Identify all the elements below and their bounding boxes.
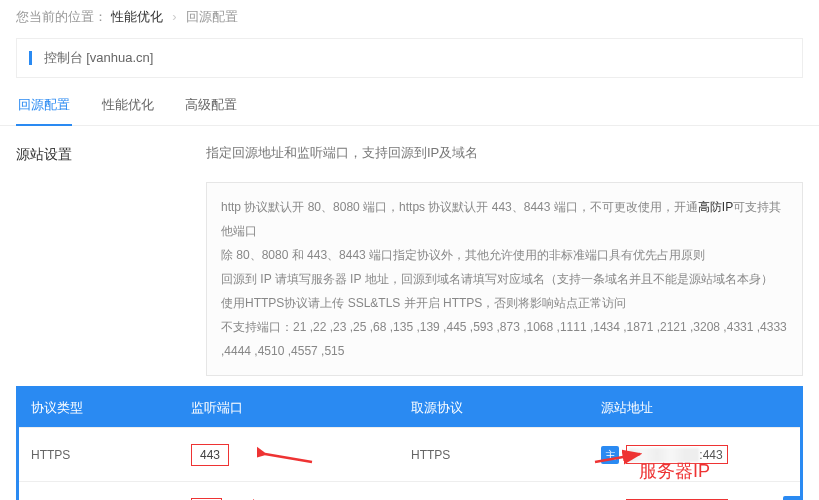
svg-line-0 bbox=[265, 454, 312, 462]
console-title: 控制台 [vanhua.cn] bbox=[44, 50, 154, 65]
cell-origin-address: 主 :443 bbox=[589, 489, 800, 500]
tab-perf[interactable]: 性能优化 bbox=[100, 86, 156, 124]
accent-bar bbox=[29, 51, 32, 65]
origin-table: 协议类型 监听端口 取源协议 源站地址 HTTPS 443 HTTPS 主 :4… bbox=[16, 386, 803, 500]
info-line-1: http 协议默认开 80、8080 端口，https 协议默认开 443、84… bbox=[221, 195, 788, 243]
cell-src-protocol: HTTPS bbox=[399, 438, 589, 472]
th-fetch-protocol: 取源协议 bbox=[399, 389, 589, 427]
th-listen-port: 监听端口 bbox=[179, 389, 399, 427]
tab-origin[interactable]: 回源配置 bbox=[16, 86, 72, 126]
breadcrumb-sep: › bbox=[172, 9, 176, 24]
tabs: 回源配置 性能优化 高级配置 bbox=[0, 86, 819, 126]
server-ip-label: 服务器IP bbox=[639, 459, 710, 483]
info-line-2: 除 80、8080 和 443、8443 端口指定协议外，其他允许使用的非标准端… bbox=[221, 243, 788, 267]
cell-protocol: HTTP bbox=[19, 492, 179, 501]
tab-advanced[interactable]: 高级配置 bbox=[183, 86, 239, 124]
arrow-icon bbox=[253, 496, 323, 500]
side-badge[interactable] bbox=[783, 496, 803, 500]
th-origin-address: 源站地址 bbox=[589, 389, 800, 427]
section-title: 源站设置 bbox=[16, 144, 206, 164]
breadcrumb-label: 您当前的位置： bbox=[16, 9, 107, 24]
svg-line-1 bbox=[595, 454, 640, 462]
breadcrumb: 您当前的位置： 性能优化 › 回源配置 bbox=[0, 0, 819, 34]
info-box: http 协议默认开 80、8080 端口，https 协议默认开 443、84… bbox=[206, 182, 803, 376]
table-row: HTTP 80 HTTPS 主 :443 bbox=[19, 481, 800, 500]
th-protocol: 协议类型 bbox=[19, 389, 179, 427]
section-origin: 源站设置 指定回源地址和监听端口，支持回源到IP及域名 bbox=[0, 126, 819, 172]
cell-src-protocol: HTTPS bbox=[399, 492, 589, 501]
section-desc: 指定回源地址和监听端口，支持回源到IP及域名 bbox=[206, 144, 803, 164]
info-line-5: 不支持端口：21 ,22 ,23 ,25 ,68 ,135 ,139 ,445 … bbox=[221, 315, 788, 363]
port-highlight: 443 bbox=[191, 444, 229, 466]
console-bar: 控制台 [vanhua.cn] bbox=[16, 38, 803, 78]
breadcrumb-origin: 回源配置 bbox=[186, 9, 238, 24]
breadcrumb-perf[interactable]: 性能优化 bbox=[111, 9, 163, 24]
cell-protocol: HTTPS bbox=[19, 438, 179, 472]
table-header: 协议类型 监听端口 取源协议 源站地址 bbox=[19, 389, 800, 427]
arrow-icon bbox=[257, 446, 317, 468]
info-line-3: 回源到 IP 请填写服务器 IP 地址，回源到域名请填写对应域名（支持一条域名并… bbox=[221, 267, 788, 291]
info-line-4: 使用HTTPS协议请上传 SSL&TLS 并开启 HTTPS，否则将影响站点正常… bbox=[221, 291, 788, 315]
